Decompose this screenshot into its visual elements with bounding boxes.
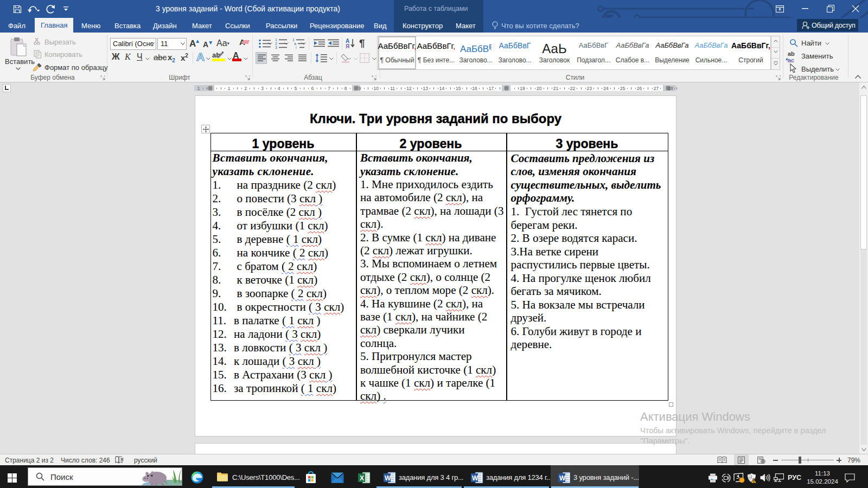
svg-text:W: W xyxy=(472,474,478,482)
svg-text:2: 2 xyxy=(275,42,277,46)
svg-text:1: 1 xyxy=(292,38,295,42)
svg-text:W: W xyxy=(385,474,391,482)
svg-text:W: W xyxy=(559,474,566,482)
svg-text:3: 3 xyxy=(275,46,277,49)
svg-text:а: а xyxy=(294,42,296,46)
svg-text:1: 1 xyxy=(275,38,277,42)
svg-text:X: X xyxy=(360,474,364,482)
svg-text:i: i xyxy=(296,46,297,49)
svg-text:Я: Я xyxy=(346,43,349,49)
